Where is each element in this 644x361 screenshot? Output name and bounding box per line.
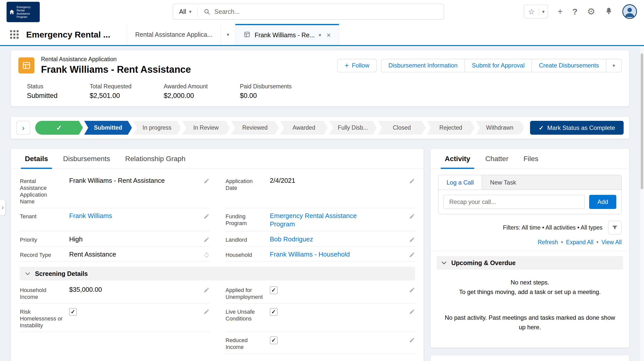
follow-button[interactable]: + Follow <box>337 59 377 72</box>
notifications-bell-icon[interactable] <box>605 7 613 16</box>
path-stage-withdrawn[interactable]: Withdrawn <box>476 121 524 135</box>
close-tab-icon[interactable]: × <box>327 31 331 39</box>
setup-gear-icon[interactable]: ⚙ <box>587 7 595 16</box>
activity-links: Refresh • Expand All • View All <box>438 239 622 246</box>
summary-total-requested: Total Requested $2,501.00 <box>90 83 132 100</box>
favorite-star-icon[interactable]: ☆ <box>524 7 539 16</box>
checkbox-checked-icon: ✓ <box>69 308 77 316</box>
search-scope-value: All <box>179 8 186 15</box>
path-stage-reviewed[interactable]: Reviewed <box>231 121 279 135</box>
path-stage-rejected[interactable]: Rejected <box>427 121 475 135</box>
activity-composer: Log a Call New Task Add <box>438 175 622 214</box>
favorites-menu-icon[interactable]: ▾ <box>539 9 548 14</box>
edit-pencil-icon[interactable] <box>409 176 415 184</box>
tab-details[interactable]: Details <box>17 149 56 169</box>
edit-pencil-icon[interactable] <box>409 307 415 315</box>
path-stage-fully-disbursed[interactable]: Fully Disb... <box>329 121 377 135</box>
summary-awarded-amount: Awarded Amount $2,000.00 <box>164 83 208 100</box>
create-disbursements-button[interactable]: Create Disbursements <box>532 59 606 72</box>
edit-pencil-icon[interactable] <box>204 307 210 315</box>
submit-for-approval-button[interactable]: Submit for Approval <box>465 59 532 72</box>
tab-log-a-call[interactable]: Log a Call <box>438 175 482 190</box>
no-next-steps-message: No next steps. To get things moving, add… <box>431 278 629 297</box>
section-screening-details[interactable]: Screening Details <box>20 267 415 280</box>
tab-actions-icon[interactable]: ▾ <box>319 33 321 38</box>
edit-pencil-icon[interactable] <box>409 212 415 219</box>
object-tab-dropdown[interactable]: ▾ <box>221 24 235 45</box>
edit-pencil-icon[interactable] <box>204 176 210 184</box>
path-stage-complete[interactable]: ✓ <box>35 121 83 135</box>
tab-frank-williams-record[interactable]: Frank Williams - Re... ▾ × <box>235 24 339 45</box>
path-stage-in-review[interactable]: In Review <box>182 121 230 135</box>
path-stage-in-progress[interactable]: In progress <box>133 121 181 135</box>
expand-all-link[interactable]: Expand All <box>566 239 593 246</box>
upcoming-overdue-section[interactable]: Upcoming & Overdue <box>437 256 623 270</box>
call-recap-input[interactable] <box>444 195 585 209</box>
scrollbar-thumb[interactable] <box>641 53 643 189</box>
tab-new-task[interactable]: New Task <box>482 175 524 190</box>
search-scope-selector[interactable]: All ▾ <box>173 8 197 15</box>
search-input[interactable] <box>214 8 444 15</box>
path-stage-closed[interactable]: Closed <box>378 121 426 135</box>
path-stage-awarded[interactable]: Awarded <box>280 121 328 135</box>
tab-relationship-graph[interactable]: Relationship Graph <box>118 149 193 169</box>
landlord-link[interactable]: Bob Rodriguez <box>264 235 317 243</box>
path-stage-submitted[interactable]: Submitted <box>84 121 132 135</box>
field-priority: Priority High <box>20 232 210 247</box>
checkbox-checked-icon: ✓ <box>270 308 277 316</box>
edit-pencil-icon[interactable] <box>409 336 415 343</box>
chevron-down-icon: ▾ <box>227 32 229 37</box>
field-landlord: Landlord Bob Rodriguez <box>226 232 415 247</box>
chevron-down-icon <box>441 260 447 266</box>
tenant-link[interactable]: Frank Williams <box>63 212 116 220</box>
tab-label: Rental Assistance Applica... <box>135 31 212 38</box>
field-empty <box>20 332 210 354</box>
edit-pencil-icon[interactable] <box>204 285 210 293</box>
more-actions-button[interactable]: ▾ <box>606 59 622 72</box>
divider <box>431 251 629 251</box>
tab-files[interactable]: Files <box>516 149 546 169</box>
filter-funnel-icon[interactable] <box>608 221 622 234</box>
edit-pencil-icon[interactable] <box>409 285 415 293</box>
edit-pencil-icon[interactable] <box>409 250 415 258</box>
edit-pencil-icon[interactable] <box>204 235 210 243</box>
org-logo: Emergency Rental Assistance Program <box>7 2 40 22</box>
activity-filters-summary: Filters: All time • All activities • All… <box>503 224 602 231</box>
refresh-link[interactable]: Refresh <box>538 239 558 246</box>
record-actions: + Follow Disbursement Information Submit… <box>337 59 622 72</box>
field-record-type: Record Type Rent Assistance <box>20 247 210 262</box>
user-avatar[interactable] <box>622 4 637 19</box>
tab-rental-assistance-applications[interactable]: Rental Assistance Applica... <box>127 24 220 45</box>
path-expand-button[interactable]: › <box>16 121 30 135</box>
edit-pencil-icon[interactable] <box>204 212 210 219</box>
dot-separator: • <box>561 239 563 246</box>
app-launcher-icon[interactable] <box>8 28 21 41</box>
add-call-button[interactable]: Add <box>589 195 616 209</box>
household-link[interactable]: Frank Williams - Household <box>264 250 354 259</box>
field-applied-for-unemployment: Applied for Unemployment ✓ <box>226 282 415 304</box>
disbursement-information-button[interactable]: Disbursement Information <box>381 59 465 72</box>
global-actions-plus-icon[interactable]: + <box>557 7 563 16</box>
edit-pencil-icon[interactable] <box>409 235 415 243</box>
org-logo-text: Emergency Rental Assistance Program <box>17 6 37 19</box>
plus-icon: + <box>345 61 349 69</box>
record-highlights-panel: Rental Assistance Application Frank Will… <box>11 50 629 106</box>
field-reduced-income: Reduced Income ✓ <box>226 332 415 354</box>
global-header: Emergency Rental Assistance Program All … <box>0 0 644 24</box>
no-past-activity-message: No past activity. Past meetings and task… <box>442 313 618 332</box>
tab-activity[interactable]: Activity <box>437 149 478 169</box>
field-risk-homelessness: Risk Homelessness or Instability ✓ <box>20 304 210 332</box>
mark-status-complete-button[interactable]: ✓ Mark Status as Complete <box>530 121 624 135</box>
tab-chatter[interactable]: Chatter <box>478 149 516 169</box>
funding-program-link[interactable]: Emergency Rental Assistance Program <box>264 212 373 228</box>
activity-tabs: Activity Chatter Files <box>431 149 629 169</box>
chevron-down-icon <box>25 271 30 276</box>
help-icon[interactable]: ? <box>572 7 578 16</box>
building-icon <box>9 9 15 15</box>
status-path: ✓ Submitted In progress In Review Review… <box>35 121 524 135</box>
change-record-type-icon[interactable] <box>204 250 210 258</box>
split-view-expand-button[interactable]: › <box>0 199 6 215</box>
view-all-link[interactable]: View All <box>601 239 622 246</box>
tab-disbursements[interactable]: Disbursements <box>56 149 118 169</box>
vertical-scrollbar[interactable] <box>640 47 644 361</box>
